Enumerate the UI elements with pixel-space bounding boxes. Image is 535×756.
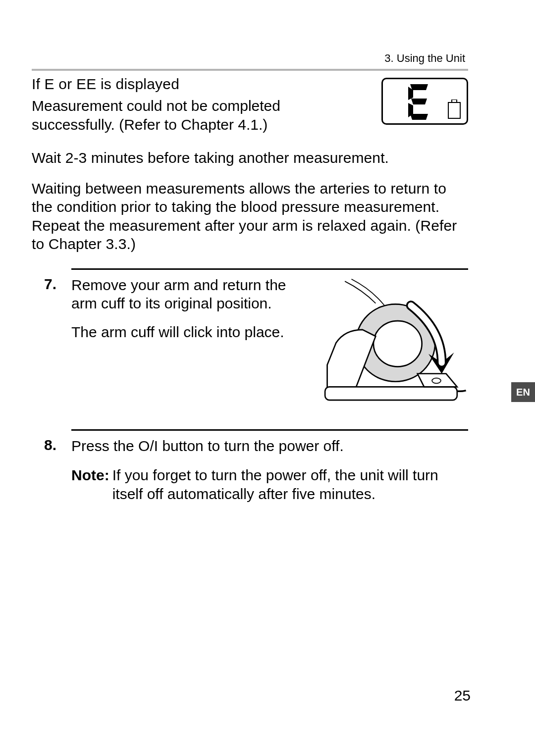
- step-rule: [71, 429, 468, 431]
- language-tab: EN: [511, 382, 535, 402]
- section-rule: [32, 69, 468, 71]
- segment-e-icon: [404, 82, 434, 121]
- step-text-column: Remove your arm and return the arm cuff …: [71, 276, 295, 352]
- step8-note: Note: If you forget to turn the power of…: [71, 466, 468, 503]
- explain-paragraph: Waiting between measurements allows the …: [32, 179, 468, 253]
- device-cuff-return-icon: [310, 276, 468, 414]
- step-content: Press the O/I button to turn the power o…: [71, 437, 468, 504]
- error-heading: If E or EE is displayed: [32, 76, 367, 93]
- section-header: 3. Using the Unit: [32, 52, 468, 65]
- step-7: 7. Remove your arm and return the arm cu…: [32, 268, 468, 414]
- wait-paragraph: Wait 2-3 minutes before taking another m…: [32, 149, 468, 167]
- error-text-column: If E or EE is displayed Measurement coul…: [32, 76, 367, 134]
- step-content: Remove your arm and return the arm cuff …: [71, 276, 468, 414]
- note-label: Note:: [71, 466, 109, 485]
- step-number: 8.: [32, 437, 56, 454]
- step-row: 7. Remove your arm and return the arm cu…: [32, 276, 468, 414]
- step-number: 7.: [32, 276, 56, 293]
- lcd-error-display: [381, 78, 468, 125]
- svg-rect-4: [325, 387, 457, 400]
- step-8: 8. Press the O/I button to turn the powe…: [32, 429, 468, 504]
- note-body: If you forget to turn the power off, the…: [112, 466, 468, 503]
- svg-rect-1: [448, 102, 460, 118]
- svg-point-3: [374, 321, 422, 366]
- manual-page: 3. Using the Unit If E or EE is displaye…: [0, 0, 535, 756]
- step8-line1: Press the O/I button to turn the power o…: [71, 437, 468, 455]
- battery-icon: [447, 100, 462, 119]
- error-block: If E or EE is displayed Measurement coul…: [32, 76, 468, 134]
- step-rule: [71, 268, 468, 270]
- step7-line1: Remove your arm and return the arm cuff …: [71, 276, 295, 313]
- step-row: 8. Press the O/I button to turn the powe…: [32, 437, 468, 504]
- step7-line2: The arm cuff will click into place.: [71, 323, 295, 342]
- step-text-column: Press the O/I button to turn the power o…: [71, 437, 468, 504]
- error-body: Measurement could not be completed succe…: [32, 97, 367, 134]
- page-number: 25: [454, 687, 471, 704]
